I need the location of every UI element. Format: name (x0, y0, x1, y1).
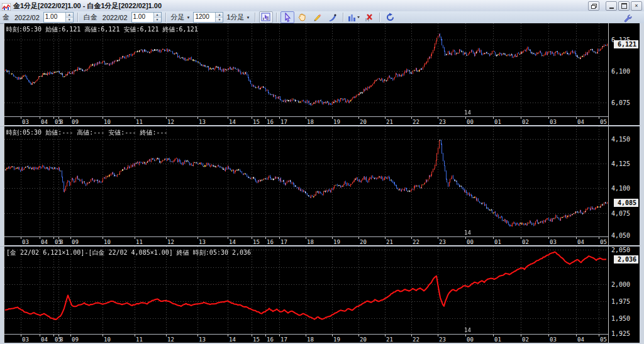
x-axis-tick (40, 237, 40, 239)
maximize-button[interactable] (618, 1, 630, 11)
reload-button[interactable] (384, 11, 397, 23)
chart-cursor-button[interactable] (259, 11, 273, 23)
x-axis-tick (58, 237, 59, 239)
pan-hand-button[interactable] (296, 11, 309, 23)
price-axis-label: 4,100 (611, 185, 630, 192)
x-axis-label: 04 (41, 336, 48, 343)
platinum-month[interactable]: 2022/02 (103, 14, 128, 21)
gold-ratio-down-button[interactable]: ▼ (66, 18, 73, 22)
x-axis-label: 23 (439, 239, 446, 245)
x-axis-label: 00 (467, 239, 474, 245)
x-axis-tick (306, 117, 306, 119)
title-bar: 金1分足[2022/02]1.00 - 白金1分足[2022/02]1.00 × (0, 0, 644, 12)
x-axis-label: 10 (104, 239, 111, 245)
x-axis-label: 23 (439, 119, 446, 125)
chevron-down-icon: ▼ (187, 16, 191, 19)
x-axis-tick (70, 237, 71, 239)
x-axis-tick (21, 117, 21, 119)
price-axis-label: 6,075 (611, 99, 630, 106)
gold-ratio-spinbox[interactable]: 1.00 ▲▼ (43, 12, 74, 23)
x-axis-tick (306, 335, 306, 336)
x-axis-tick (103, 237, 103, 239)
hand-icon (297, 13, 307, 22)
select-arrow-button[interactable] (280, 11, 294, 23)
interval-dropdown[interactable]: 1分足▼ (226, 13, 250, 22)
x-axis-tick (385, 335, 386, 336)
x-axis-tick (332, 237, 333, 239)
brush-button[interactable] (326, 11, 340, 23)
x-axis-label: 17 (280, 239, 287, 245)
gold-ratio-value[interactable]: 1.00 (44, 13, 65, 22)
x-axis-tick (599, 237, 599, 239)
x-axis-tick (411, 237, 412, 239)
x-axis-tick (103, 335, 103, 336)
platinum-ratio-value[interactable]: 1.00 (132, 13, 153, 22)
x-axis-label: 05 (600, 239, 607, 245)
x-axis-label: 18 (307, 336, 314, 343)
x-axis-tick (58, 335, 59, 336)
price-axis-label: 2,050 (611, 247, 630, 253)
gold-month[interactable]: 2022/02 (14, 14, 40, 21)
x-axis-tick (40, 117, 40, 119)
platinum-ratio-up-button[interactable]: ▲ (154, 13, 161, 18)
x-axis-label: 22 (413, 239, 419, 245)
platinum-last-price-badge: 4,085 (614, 199, 638, 207)
delete-drawings-button[interactable] (362, 11, 376, 23)
settings-wrench-button[interactable] (621, 12, 635, 24)
x-axis-label: 13 (199, 239, 206, 245)
chart-cursor-icon (261, 13, 271, 22)
x-axis-tick (53, 237, 54, 239)
x-axis-tick (53, 335, 54, 336)
gold-candles-chart[interactable] (4, 23, 608, 116)
x-axis-tick (58, 117, 59, 119)
pencil-button[interactable] (311, 11, 325, 23)
platinum-ratio-spinbox[interactable]: 1.00 ▲▼ (131, 12, 162, 23)
bar-count-up-button[interactable]: ▲ (216, 13, 223, 18)
x-axis-label: 01 (494, 336, 501, 343)
platinum-ratio-down-button[interactable]: ▼ (154, 18, 161, 22)
x-axis-tick (265, 117, 266, 119)
x-axis-label: 03 (550, 239, 557, 245)
minimize-button[interactable] (606, 1, 617, 11)
x-axis-label: 09 (72, 336, 79, 343)
bar-chart-icon (348, 13, 360, 22)
gold-ratio-up-button[interactable]: ▲ (66, 13, 73, 18)
bar-count-value[interactable]: 1200 (194, 13, 215, 22)
x-axis-tick (279, 237, 280, 239)
platinum-candles-chart[interactable] (4, 126, 608, 236)
x-axis-label: 15 (253, 336, 260, 343)
spread-formula-info: [金 22/02 6,121×1.00]-[白金 22/02 4,085×1.0… (6, 248, 251, 257)
x-axis-tick (166, 335, 167, 336)
x-axis-tick (70, 117, 71, 119)
x-axis-tick (411, 335, 412, 336)
x-axis-tick (135, 335, 135, 336)
x-axis-tick (576, 237, 577, 239)
minimize-icon (609, 8, 614, 9)
x-axis-label: 00 (467, 336, 474, 343)
x-axis-label: 11 (136, 119, 143, 125)
bar-style-button[interactable] (347, 11, 361, 23)
spread-line-chart[interactable] (4, 247, 608, 334)
x-axis-label: 04 (41, 119, 48, 125)
x-axis-label: 02 (522, 119, 529, 125)
x-axis-label: 09 (72, 239, 79, 245)
close-button[interactable]: × (631, 1, 642, 11)
float-window-button[interactable] (588, 1, 599, 11)
spread-time-axis: 0304058091011121314151617181920212223000… (4, 334, 608, 343)
bar-type-dropdown[interactable]: 分足▼ (171, 13, 191, 22)
x-axis-tick (332, 335, 333, 336)
x-axis-tick (465, 335, 466, 336)
x-axis-label: 02 (522, 239, 529, 245)
panel-separator (0, 125, 644, 126)
bar-count-down-button[interactable]: ▼ (216, 18, 223, 22)
x-axis-label: 09 (72, 119, 79, 125)
window-title: 金1分足[2022/02]1.00 - 白金1分足[2022/02]1.00 (13, 1, 162, 11)
panel-separator (0, 245, 644, 247)
x-axis-tick (438, 335, 438, 336)
chevron-down-icon: ▼ (247, 16, 250, 19)
bar-count-spinbox[interactable]: 1200 ▲▼ (193, 12, 223, 23)
price-axis-column: 6,121 4,085 2,036 6,1256,1006,0754,1504,… (608, 23, 640, 343)
price-axis-label: 4,075 (611, 210, 630, 217)
x-axis-tick (21, 335, 21, 336)
x-axis-label: 23 (439, 336, 446, 343)
